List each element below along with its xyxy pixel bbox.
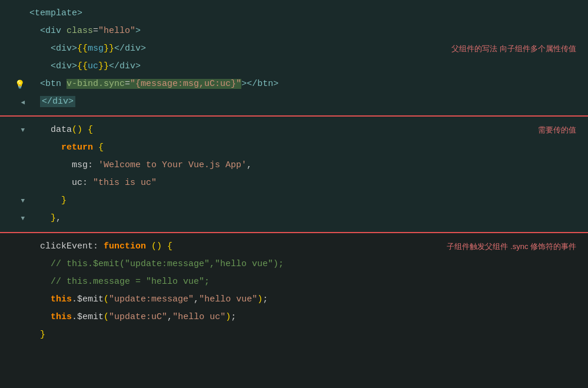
line-return-close: ▼ }	[0, 192, 588, 210]
click-event-section: clickEvent: function () { 子组件触发父组件 .sync…	[0, 233, 588, 388]
lightbulb-icon: 💡	[15, 79, 25, 89]
template-section: <template> <div class="hello"> <div>{{ms…	[0, 0, 588, 117]
arrow-icon: ◀	[21, 98, 25, 106]
line-emit-2: this.$emit("update:uC","hello uc");	[0, 309, 588, 326]
code-editor: <template> <div class="hello"> <div>{{ms…	[0, 0, 588, 388]
line-div-msg: <div>{{msg}}</div> 父组件的写法 向子组件多个属性传值	[0, 40, 588, 58]
line-closing-div: ◀ </div>	[0, 93, 588, 111]
line-comment-2: // this.message = "hello vue";	[0, 273, 588, 291]
line-btn: 💡 <btn v-bind.sync="{message:msg,uC:uc}"…	[0, 75, 588, 93]
fold-icon-3: ▼	[21, 215, 25, 222]
line-template: <template>	[0, 5, 588, 22]
code-line-14: // this.$emit("update:message","hello vu…	[29, 256, 588, 273]
code-line-12: },	[29, 210, 588, 227]
code-line-15: // this.message = "hello vue";	[29, 273, 588, 291]
code-line-1: <template>	[29, 5, 588, 22]
line-data: ▼ data() { 需要传的值	[0, 121, 588, 139]
code-line-18: }	[29, 326, 588, 344]
line-div-uc: <div>{{uc}}</div>	[0, 58, 588, 75]
line-return: return {	[0, 139, 588, 157]
gutter-5: 💡	[6, 79, 29, 89]
code-line-5: <btn v-bind.sync="{message:msg,uC:uc}"><…	[29, 75, 588, 93]
code-line-17: this.$emit("update:uC","hello uc");	[29, 309, 588, 326]
line-emit-1: this.$emit("update:message","hello vue")…	[0, 291, 588, 309]
code-line-10: uc: "this is uc"	[29, 174, 588, 192]
annotation-value: 需要传的值	[538, 125, 576, 135]
line-uc-value: uc: "this is uc"	[0, 174, 588, 192]
code-line-6: </div>	[29, 93, 588, 111]
fold-icon-2: ▼	[21, 197, 25, 204]
code-line-11: }	[29, 192, 588, 210]
line-click-event: clickEvent: function () { 子组件触发父组件 .sync…	[0, 238, 588, 256]
data-section: ▼ data() { 需要传的值 return { msg: 'Welcome …	[0, 117, 588, 233]
gutter-6: ◀	[6, 98, 29, 106]
code-line-9: msg: 'Welcome to Your Vue.js App',	[29, 157, 588, 174]
line-comment-1: // this.$emit("update:message","hello vu…	[0, 256, 588, 273]
gutter-7: ▼	[6, 127, 29, 134]
code-line-16: this.$emit("update:message","hello vue")…	[29, 291, 588, 309]
code-line-8: return {	[29, 139, 588, 157]
fold-icon-1: ▼	[21, 127, 25, 134]
gutter-12: ▼	[6, 215, 29, 222]
annotation-parent: 父组件的写法 向子组件多个属性传值	[451, 44, 576, 54]
code-line-2: <div class="hello">	[29, 22, 588, 40]
line-data-close: ▼ },	[0, 210, 588, 227]
code-line-7: data() {	[29, 121, 588, 139]
line-div-hello: <div class="hello">	[0, 22, 588, 40]
annotation-sync: 子组件触发父组件 .sync 修饰符的事件	[447, 241, 576, 252]
gutter-11: ▼	[6, 197, 29, 204]
code-line-4: <div>{{uc}}</div>	[29, 58, 588, 75]
line-function-close: }	[0, 326, 588, 344]
line-msg-value: msg: 'Welcome to Your Vue.js App',	[0, 157, 588, 174]
